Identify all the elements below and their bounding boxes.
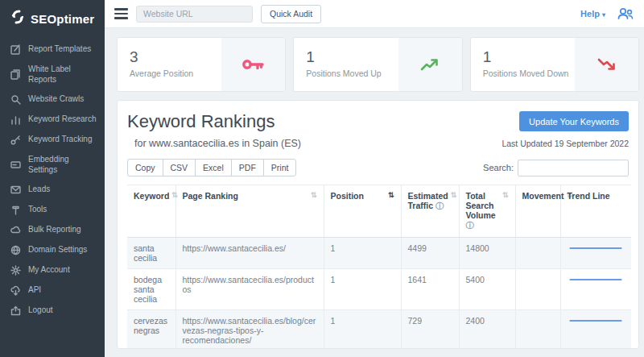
main-area: Quick Audit Help ▾ 3 <box>105 0 644 357</box>
trend-down-icon <box>575 38 638 91</box>
stat-label: Average Position <box>130 68 221 78</box>
movement-cell <box>515 238 560 269</box>
trend-sparkline <box>568 316 624 328</box>
info-icon[interactable]: ⓘ <box>466 221 474 230</box>
domain-settings-icon <box>10 245 21 255</box>
stat-cards: 3 Average Position 1 Positions Moved Up <box>117 37 639 92</box>
table-row: santa cecilia https://www.santacecilia.e… <box>127 238 631 269</box>
movement-cell <box>515 269 560 310</box>
sidebar-item-white-label-reports[interactable]: White Label Reports <box>0 60 105 89</box>
trend-line-cell <box>560 310 631 350</box>
trend-up-icon <box>398 38 462 91</box>
total-search-volume-cell: 5400 <box>459 269 515 310</box>
table-header-row: Keyword⇅ Page Ranking⇅ Position⇅ Estimat… <box>127 185 631 238</box>
page-ranking-cell: https://www.santacecilia.es/ <box>175 238 324 269</box>
embedding-settings-icon <box>10 160 21 170</box>
my-account-icon <box>10 265 21 276</box>
excel-button[interactable]: Excel <box>195 159 232 176</box>
export-button-group: Copy CSV Excel PDF Print <box>127 159 296 176</box>
users-icon[interactable] <box>617 7 634 20</box>
sidebar-item-label: Keyword Research <box>28 114 96 125</box>
column-header-estimated-traffic[interactable]: Estimated Traffic ⓘ⇅ <box>401 185 459 238</box>
stat-label: Positions Moved Up <box>306 68 398 78</box>
stat-value: 1 <box>483 48 575 66</box>
api-icon <box>10 285 21 296</box>
sidebar-item-label: Bulk Reporting <box>28 225 81 235</box>
logo-text: SEOptimer <box>31 12 94 26</box>
sidebar-item-label: Report Templates <box>28 44 91 55</box>
app-window: SEOptimer Report Templates White Label R… <box>0 0 644 357</box>
tools-icon <box>10 205 21 215</box>
page-title: Keyword Rankings <box>127 111 301 132</box>
hamburger-menu-icon[interactable] <box>114 8 128 19</box>
column-header-page-ranking[interactable]: Page Ranking⇅ <box>175 185 324 238</box>
bulk-reporting-icon <box>10 225 21 235</box>
keyword-cell: santa cecilia <box>127 238 175 269</box>
topbar: Quick Audit Help ▾ <box>105 0 644 28</box>
quick-audit-button[interactable]: Quick Audit <box>261 5 321 23</box>
estimated-traffic-cell: 4499 <box>401 238 459 269</box>
estimated-traffic-cell: 729 <box>401 310 459 350</box>
sidebar-item-keyword-research[interactable]: Keyword Research <box>0 110 105 130</box>
column-header-position[interactable]: Position⇅ <box>324 185 401 238</box>
trend-line-cell <box>560 269 631 310</box>
sidebar-item-tools[interactable]: Tools <box>0 200 105 220</box>
sidebar-item-label: Embedding Settings <box>28 155 98 175</box>
info-icon[interactable]: ⓘ <box>436 201 444 210</box>
sidebar-item-my-account[interactable]: My Account <box>0 260 105 280</box>
print-button[interactable]: Print <box>263 159 297 176</box>
sidebar-item-website-crawls[interactable]: Website Crawls <box>0 89 105 110</box>
sidebar-item-embedding-settings[interactable]: Embedding Settings <box>0 150 105 180</box>
sidebar-item-leads[interactable]: Leads <box>0 180 105 200</box>
seoptimer-logo-icon <box>10 9 26 28</box>
trend-line-cell <box>560 238 631 269</box>
sidebar-item-api[interactable]: API <box>0 280 105 301</box>
stat-card-average-position: 3 Average Position <box>117 37 286 92</box>
sidebar-item-logout[interactable]: Logout <box>0 301 105 321</box>
column-header-total-search-volume[interactable]: Total Search Volume ⓘ⇅ <box>459 185 515 238</box>
csv-button[interactable]: CSV <box>163 159 196 176</box>
estimated-traffic-cell: 1641 <box>401 269 459 310</box>
sidebar-item-label: Website Crawls <box>28 94 84 105</box>
sidebar-item-report-templates[interactable]: Report Templates <box>0 39 105 60</box>
keyword-research-icon <box>10 114 21 125</box>
sort-icon: ⇅ <box>502 191 509 231</box>
sidebar-item-domain-settings[interactable]: Domain Settings <box>0 240 105 260</box>
search-input[interactable] <box>518 160 629 176</box>
sidebar-item-label: API <box>28 285 41 296</box>
trend-sparkline <box>568 243 624 255</box>
position-cell: 1 <box>324 269 401 310</box>
position-cell: 1 <box>324 238 401 269</box>
sort-icon-active: ⇅ <box>388 191 394 201</box>
column-header-keyword[interactable]: Keyword⇅ <box>127 185 175 238</box>
column-header-movement[interactable]: Movement⇅ <box>515 185 560 238</box>
page-ranking-cell: https://www.santacecilia.es/productos <box>175 269 324 310</box>
sidebar-item-label: Keyword Tracking <box>28 135 92 145</box>
website-url-input[interactable] <box>136 6 253 23</box>
logo[interactable]: SEOptimer <box>0 0 105 39</box>
position-cell: 1 <box>324 310 401 350</box>
keyword-rankings-panel: Keyword Rankings for www.santacecilia.es… <box>117 100 639 349</box>
sort-icon: ⇅ <box>311 191 317 201</box>
help-dropdown[interactable]: Help ▾ <box>580 9 605 19</box>
total-search-volume-cell: 14800 <box>459 238 515 269</box>
sidebar-item-label: Logout <box>28 305 53 316</box>
table-row: cervezas negras https://www.santacecilia… <box>127 310 631 350</box>
sidebar-item-label: Domain Settings <box>28 245 87 255</box>
sidebar-item-bulk-reporting[interactable]: Bulk Reporting <box>0 220 105 240</box>
sidebar-item-label: White Label Reports <box>28 64 98 85</box>
sidebar-item-keyword-tracking[interactable]: Keyword Tracking <box>0 130 105 150</box>
sidebar-item-label: Tools <box>28 205 47 215</box>
search-label: Search: <box>483 163 514 172</box>
movement-cell <box>515 310 560 350</box>
page-subtitle: for www.santacecilia.es in Spain (ES) <box>134 138 301 149</box>
content: 3 Average Position 1 Positions Moved Up <box>105 28 644 357</box>
key-icon <box>221 38 285 91</box>
copy-button[interactable]: Copy <box>127 159 163 176</box>
keyword-tracking-icon <box>10 135 21 145</box>
sidebar-item-label: Leads <box>28 185 50 195</box>
last-updated-text: Last Updated 19 September 2022 <box>502 139 629 148</box>
stat-card-positions-moved-up: 1 Positions Moved Up <box>293 37 462 92</box>
update-keywords-button[interactable]: Update Your Keywords <box>519 111 629 131</box>
pdf-button[interactable]: PDF <box>231 159 264 176</box>
